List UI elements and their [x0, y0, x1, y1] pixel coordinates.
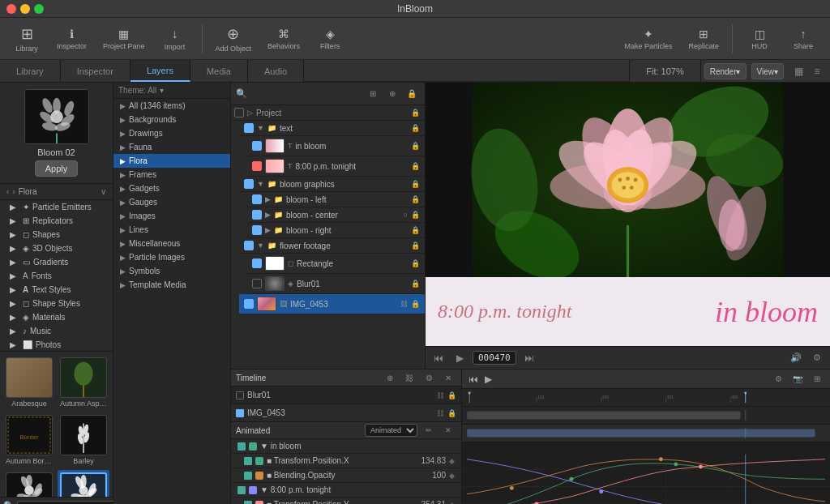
- library-item-particle-emitters[interactable]: ▶ ✦ Particle Emitters: [0, 200, 113, 214]
- apply-button[interactable]: Apply: [35, 160, 79, 177]
- thumb-bloom02[interactable]: Bloom 02: [58, 470, 109, 497]
- timeline-add-icon[interactable]: ⊕: [382, 369, 398, 386]
- thumb-bloom01[interactable]: Bloom 01: [3, 470, 55, 497]
- content-item-particle-images[interactable]: ▶ Particle Images: [113, 250, 230, 264]
- theme-dropdown-icon[interactable]: ▾: [160, 86, 164, 95]
- content-item-drawings[interactable]: ▶ Drawings: [113, 126, 230, 140]
- import-btn[interactable]: ↓ Import: [155, 23, 195, 54]
- layer-in-bloom[interactable]: T in bloom 🔒: [247, 136, 425, 156]
- replicate-btn[interactable]: ⊞ Replicate: [682, 24, 725, 53]
- content-item-misc[interactable]: ▶ Miscellaneous: [113, 237, 230, 250]
- tab-media[interactable]: Media: [190, 60, 248, 82]
- content-item-fauna[interactable]: ▶ Fauna: [113, 140, 230, 154]
- tl-camera-icon[interactable]: 📷: [789, 371, 806, 387]
- thumb-autumn-aspen[interactable]: Autumn Aspen: [58, 355, 109, 410]
- tab-library[interactable]: Library: [0, 60, 61, 82]
- layer-bloom-right[interactable]: ▶ 📁 bloom - right 🔒: [247, 223, 425, 238]
- layers-search-input[interactable]: [250, 89, 362, 98]
- library-item-shapes[interactable]: ▶ ◻ Shapes: [0, 228, 113, 241]
- thumb-autumn-border[interactable]: Border Autumn Border: [3, 412, 55, 468]
- tab-layers[interactable]: Layers: [130, 60, 190, 82]
- library-item-materials[interactable]: ▶ ◈ Materials: [0, 310, 113, 324]
- tl-prev-icon[interactable]: ⏮: [467, 372, 480, 387]
- tl-settings-icon[interactable]: ⚙: [770, 371, 786, 387]
- animated-close-icon[interactable]: ✕: [440, 422, 456, 438]
- layer-blur01[interactable]: ◈ Blur01 🔒: [247, 274, 425, 294]
- content-item-frames[interactable]: ▶ Frames: [113, 168, 230, 182]
- tl-play-icon[interactable]: ▶: [483, 372, 494, 387]
- timeline-track-img0453[interactable]: IMG_0453 ⛓ 🔒: [231, 404, 461, 422]
- content-item-template-media[interactable]: ▶ Template Media: [113, 278, 230, 292]
- library-btn[interactable]: ⊞ Library: [6, 22, 47, 56]
- make-particles-btn[interactable]: ✦ Make Particles: [618, 24, 678, 53]
- library-item-photos[interactable]: ▶ ⬜ Photos: [0, 338, 113, 351]
- render-btn[interactable]: Render▾: [704, 63, 747, 79]
- list-view-icon[interactable]: ≡: [809, 63, 825, 79]
- forward-icon[interactable]: ›: [12, 187, 15, 196]
- minimize-btn[interactable]: [20, 4, 30, 14]
- layer-rectangle[interactable]: ◻ Rectangle 🔒: [247, 254, 425, 274]
- playback-start-icon[interactable]: ⏮: [430, 350, 447, 366]
- library-item-shape-styles[interactable]: ▶ ◻ Shape Styles: [0, 297, 113, 310]
- thumb-barley[interactable]: Barley: [58, 412, 109, 468]
- prop-transform-x[interactable]: ■ Transform.Position.X 134.83 ◆: [231, 454, 461, 468]
- close-btn[interactable]: [6, 4, 16, 14]
- animated-edit-icon[interactable]: ✏: [421, 422, 437, 438]
- layer-800pm[interactable]: T 8:00 p.m. tonight 🔒: [247, 156, 425, 177]
- settings-icon[interactable]: ⚙: [809, 350, 825, 366]
- layer-img0453[interactable]: 🖼 IMG_0453 ⛓ 🔒: [239, 294, 425, 314]
- layer-bloom-left[interactable]: ▶ 📁 bloom - left 🔒: [247, 192, 425, 207]
- back-icon[interactable]: ‹: [6, 187, 9, 196]
- content-item-all[interactable]: ▶ All (1346 items): [113, 99, 230, 113]
- maximize-btn[interactable]: [34, 4, 44, 14]
- layer-text-group[interactable]: ▼ 📁 text 🔒: [239, 121, 425, 136]
- library-item-text-styles[interactable]: ▶ A Text Styles: [0, 283, 113, 297]
- breadcrumb-expand-icon[interactable]: ∨: [101, 187, 106, 196]
- timeline-settings-icon[interactable]: ⚙: [421, 369, 437, 386]
- behaviors-btn[interactable]: ⌘ Behaviors: [261, 24, 306, 53]
- timeline-link-icon[interactable]: ⛓: [401, 369, 417, 386]
- add-object-btn[interactable]: ⊕ Add Object: [209, 22, 259, 56]
- grid-view-icon[interactable]: ▦: [790, 63, 806, 79]
- inspector-btn[interactable]: ℹ Inspector: [50, 24, 93, 53]
- filters-btn[interactable]: ◈ Filters: [310, 24, 350, 53]
- animated-dropdown[interactable]: Animated: [365, 424, 417, 437]
- timeline-close-icon[interactable]: ✕: [440, 369, 456, 386]
- layer-flower-footage[interactable]: ▼ 📁 flower footage 🔒: [239, 238, 425, 254]
- content-item-symbols[interactable]: ▶ Symbols: [113, 264, 230, 278]
- content-item-flora[interactable]: ▶ Flora: [113, 154, 230, 168]
- layers-lock-icon[interactable]: 🔒: [404, 86, 420, 102]
- playback-play-icon[interactable]: ▶: [451, 350, 468, 366]
- volume-icon[interactable]: 🔊: [788, 350, 804, 366]
- library-item-replicators[interactable]: ▶ ⊞ Replicators: [0, 214, 113, 228]
- content-item-backgrounds[interactable]: ▶ Backgrounds: [113, 113, 230, 126]
- layer-project[interactable]: ▷ Project 🔒: [231, 105, 425, 121]
- tab-audio[interactable]: Audio: [248, 60, 304, 82]
- project-pane-btn[interactable]: ▦ Project Pane: [96, 24, 152, 53]
- prop-blending[interactable]: ■ Blending.Opacity 100 ◆: [231, 468, 461, 483]
- library-item-3d-objects[interactable]: ▶ ◈ 3D Objects: [0, 241, 113, 255]
- search-input[interactable]: [17, 501, 128, 504]
- content-item-gadgets[interactable]: ▶ Gadgets: [113, 182, 230, 195]
- hud-btn[interactable]: ◫ HUD: [739, 24, 780, 53]
- layer-bloom-center[interactable]: ▶ 📁 bloom - center ○ 🔒: [247, 207, 425, 223]
- layer-bloom-graphics[interactable]: ▼ 📁 bloom graphics 🔒: [239, 177, 425, 192]
- tab-inspector[interactable]: Inspector: [61, 60, 130, 82]
- content-item-images[interactable]: ▶ Images: [113, 209, 230, 223]
- prop-800pm[interactable]: ▼ 8:00 p.m. tonight: [231, 483, 461, 498]
- library-item-music[interactable]: ▶ ♪ Music: [0, 324, 113, 338]
- prop-transform-y[interactable]: ■ Transform.Position.Y -254.31 ◆: [231, 498, 461, 504]
- content-item-lines[interactable]: ▶ Lines: [113, 223, 230, 237]
- library-item-gradients[interactable]: ▶ ▭ Gradients: [0, 255, 113, 269]
- thumb-arabesque[interactable]: Arabesque: [3, 355, 55, 410]
- timeline-track-blur01[interactable]: Blur01 ⛓ 🔒: [231, 387, 461, 404]
- layers-add-icon[interactable]: ⊞: [365, 86, 381, 102]
- view-btn[interactable]: View▾: [751, 63, 785, 79]
- layers-grid-icon[interactable]: ⊕: [384, 86, 400, 102]
- content-item-gauges[interactable]: ▶ Gauges: [113, 195, 230, 209]
- library-item-fonts[interactable]: ▶ A Fonts: [0, 269, 113, 283]
- share-btn[interactable]: ↑ Share: [783, 24, 824, 53]
- prop-in-bloom[interactable]: ▼ in bloom: [231, 439, 461, 454]
- playback-end-icon[interactable]: ⏭: [521, 350, 537, 366]
- tl-more-icon[interactable]: ⊞: [809, 371, 825, 387]
